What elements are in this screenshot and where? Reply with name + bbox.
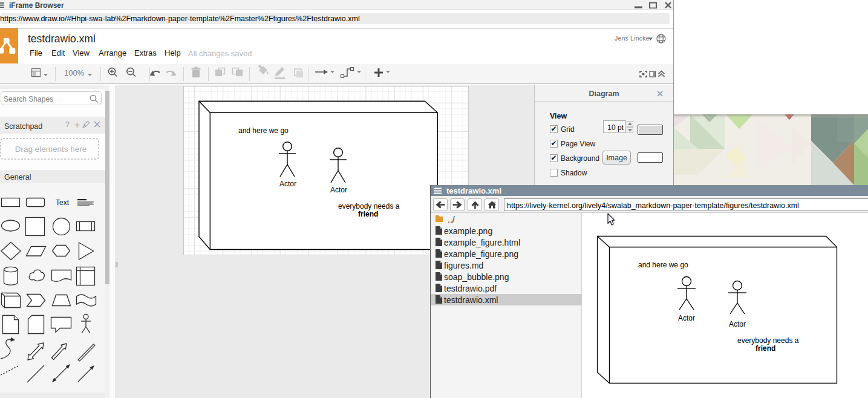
svg-text:100%: 100% [64, 68, 85, 77]
svg-text:Text: Text [56, 198, 70, 207]
